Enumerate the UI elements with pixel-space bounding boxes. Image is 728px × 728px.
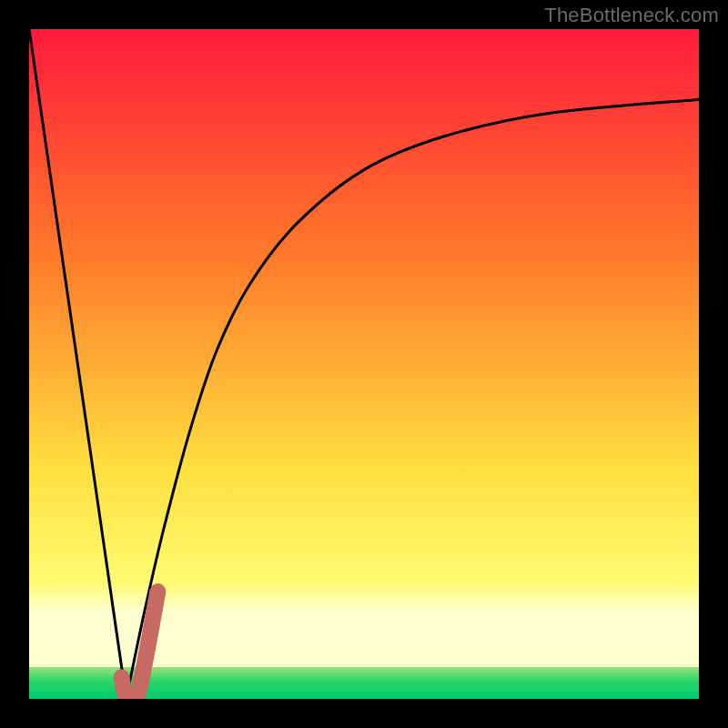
- chart-frame: TheBottleneck.com: [0, 0, 728, 728]
- curve-layer: [29, 29, 699, 699]
- plot-area: [29, 29, 699, 699]
- highlight-j-stroke: [122, 592, 158, 699]
- watermark-text: TheBottleneck.com: [544, 4, 719, 27]
- curve-left-descent: [29, 29, 126, 699]
- curve-right-asymptote: [126, 99, 699, 699]
